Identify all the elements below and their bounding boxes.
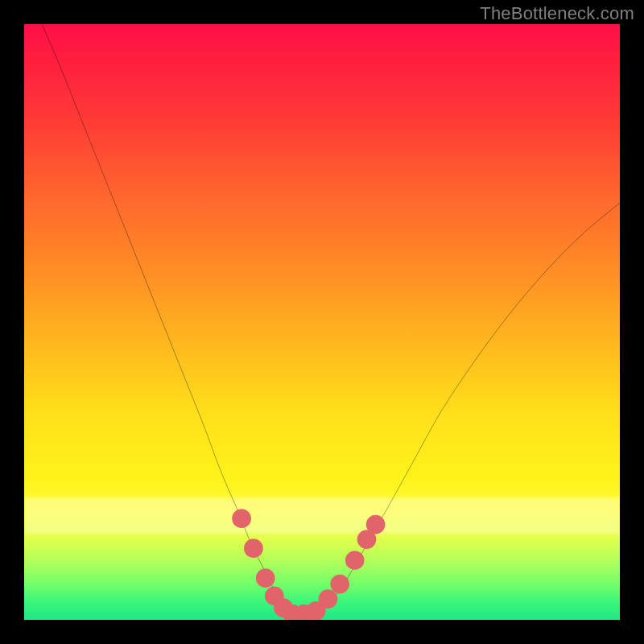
bottleneck-curve [42,24,620,615]
curve-marker [330,575,349,594]
plot-area [24,24,620,620]
curve-marker [244,539,263,558]
curve-marker [345,551,365,570]
curve-marker [319,589,338,609]
curve-marker [256,568,275,588]
curve-marker [366,515,386,535]
marker-group [232,509,385,620]
watermark-text: TheBottleneck.com [480,3,634,24]
chart-frame: TheBottleneck.com [0,0,644,644]
curve-marker [232,509,251,528]
curve-layer [24,24,620,620]
